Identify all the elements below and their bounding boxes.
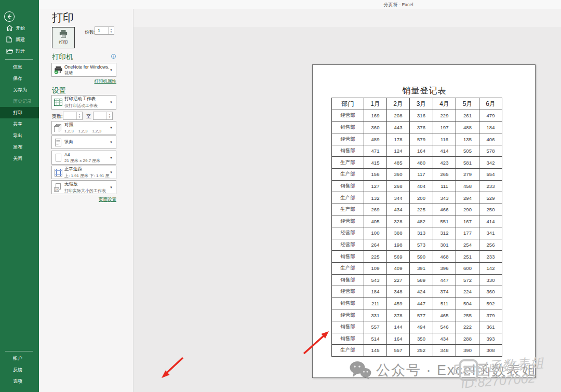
table-cell: 434 — [387, 204, 410, 215]
table-row: 经营部184348424374224360 — [332, 286, 502, 298]
table-cell: 443 — [387, 121, 410, 133]
page-to-input[interactable]: ▲▼ — [93, 112, 113, 120]
table-cell: 224 — [456, 286, 479, 298]
preview-canvas: 销量登记表 部门1月2月3月4月5月6月经营部16920831622926147… — [133, 27, 561, 392]
table-cell: 229 — [433, 110, 456, 122]
table-cell: 374 — [433, 286, 456, 298]
spin-down-icon[interactable]: ▼ — [109, 116, 111, 118]
table-row: 销售部127268404111458233 — [332, 180, 502, 192]
table-cell: 578 — [479, 145, 502, 157]
sidebar-item-发布[interactable]: 发布 — [0, 141, 39, 153]
spin-down-icon[interactable]: ▼ — [110, 31, 112, 33]
info-icon[interactable]: i — [111, 54, 116, 59]
table-cell: 569 — [387, 251, 410, 263]
printer-selector[interactable]: OneNote for Windows... 就绪 ▼ — [51, 63, 116, 77]
sidebar-item-label: 另存为 — [13, 87, 27, 93]
table-cell: 生产部 — [332, 157, 364, 169]
printer-properties-link[interactable]: 打印机属性 — [51, 78, 116, 85]
table-cell: 178 — [387, 133, 410, 145]
collation-dropdown[interactable]: 对照 1,2,3 1,2,3 1,2,3 ▼ — [51, 121, 116, 134]
table-cell: 销售部 — [332, 251, 364, 263]
sidebar-item-共享[interactable]: 共享 — [0, 118, 39, 130]
sidebar-item-反馈[interactable]: 反馈 — [0, 364, 39, 375]
spin-down-icon[interactable]: ▼ — [78, 116, 81, 118]
table-row: 生产部156360117265279554 — [332, 169, 502, 181]
table-cell: 424 — [410, 286, 433, 298]
table-cell: 360 — [479, 286, 502, 298]
dropdown-caret-icon: ▼ — [110, 141, 116, 144]
back-button[interactable] — [4, 11, 15, 22]
table-cell: 390 — [456, 345, 479, 357]
column-header: 部门 — [332, 98, 364, 110]
table-cell: 489 — [364, 133, 387, 145]
preview-page: 销量登记表 部门1月2月3月4月5月6月经营部16920831622926147… — [312, 64, 536, 378]
table-cell: 200 — [410, 192, 433, 204]
table-cell: 169 — [364, 110, 387, 122]
table-cell: 145 — [364, 345, 387, 357]
print-what-dropdown[interactable]: 打印活动工作表 仅打印活动工作表 ▼ — [51, 95, 116, 110]
table-cell: 301 — [433, 239, 456, 251]
printer-name: OneNote for Windows... — [64, 64, 110, 70]
sidebar-item-打开[interactable]: 打开 — [0, 45, 39, 57]
sidebar-item-打印[interactable]: 打印 — [0, 107, 39, 118]
table-cell: 268 — [387, 180, 410, 192]
table-cell: 290 — [456, 204, 479, 215]
table-cell: 264 — [364, 239, 387, 251]
column-header: 5月 — [456, 98, 479, 110]
scaling-dropdown[interactable]: 100 无缩放 打印实际大小的工作表 ▼ — [51, 180, 116, 194]
table-cell: 256 — [479, 239, 502, 251]
home-icon — [6, 25, 13, 31]
sidebar-item-导出[interactable]: 导出 — [0, 130, 39, 141]
table-cell: 572 — [456, 274, 479, 286]
settings-section-heading: 设置 — [52, 86, 66, 96]
sidebar-item-保存[interactable]: 保存 — [0, 73, 39, 84]
table-cell: 269 — [364, 204, 387, 215]
table-cell: 465 — [433, 309, 456, 321]
sidebar-item-新建[interactable]: 新建 — [0, 34, 39, 45]
sidebar-item-关闭[interactable]: 关闭 — [0, 153, 39, 164]
sidebar-item-帐户[interactable]: 帐户 — [0, 353, 39, 364]
printer-status: 就绪 — [64, 70, 110, 76]
orientation-dropdown[interactable]: 纵向 ▼ — [51, 136, 116, 149]
table-cell: 生产部 — [332, 169, 364, 181]
table-cell: 505 — [456, 145, 479, 157]
table-cell: 生产部 — [332, 262, 364, 274]
printer-icon — [59, 30, 68, 38]
table-cell: 328 — [387, 215, 410, 227]
print-button[interactable]: 打印 — [52, 27, 75, 48]
dropdown-caret-icon: ▼ — [110, 126, 116, 129]
table-cell: 117 — [410, 169, 433, 181]
copies-input[interactable]: 1 ▲▼ — [95, 26, 114, 35]
page-setup-link[interactable]: 页面设置 — [51, 197, 116, 203]
table-cell: 经营部 — [332, 215, 364, 227]
sidebar-item-开始[interactable]: 开始 — [0, 22, 39, 34]
table-cell: 494 — [410, 321, 433, 333]
sidebar-item-label: 反馈 — [13, 367, 22, 373]
table-cell: 447 — [410, 298, 433, 309]
table-cell: 343 — [433, 192, 456, 204]
page-from-input[interactable]: ▲▼ — [63, 112, 83, 120]
svg-text:100: 100 — [55, 188, 60, 191]
table-cell: 316 — [410, 110, 433, 122]
sidebar-item-选项[interactable]: 选项 — [0, 375, 39, 387]
sidebar-item-另存为[interactable]: 另存为 — [0, 84, 39, 96]
sidebar-item-信息[interactable]: 信息 — [0, 61, 39, 73]
table-cell: 144 — [387, 321, 410, 333]
pages-range-row: 页数: ▲▼ 至 ▲▼ — [52, 112, 116, 120]
table-cell: 590 — [410, 251, 433, 263]
table-cell: 184 — [479, 121, 502, 133]
copies-label: 份数: — [85, 29, 96, 36]
table-cell: 391 — [410, 262, 433, 274]
printer-section-heading: 打印机 — [52, 52, 73, 62]
table-cell: 销售部 — [332, 145, 364, 157]
table-row: 销售部543227589447572330 — [332, 274, 502, 286]
table-cell: 546 — [433, 321, 456, 333]
print-preview-pane: 销量登记表 部门1月2月3月4月5月6月经营部16920831622926147… — [133, 9, 561, 392]
table-cell: 197 — [433, 121, 456, 133]
print-button-label: 打印 — [59, 39, 68, 46]
table-row: 销售部360443376197488184 — [332, 121, 502, 133]
paper-size-dropdown[interactable]: A4 21 厘米 x 29.7 厘米 ▼ — [51, 151, 116, 165]
sidebar-menu-group: 信息保存另存为历史记录打印共享导出发布关闭 — [0, 61, 39, 164]
margins-dropdown[interactable]: 正常边距 上: 1.91 厘米 下: 1.91 厘... ▼ — [51, 166, 116, 179]
copies-value: 1 — [95, 27, 108, 34]
